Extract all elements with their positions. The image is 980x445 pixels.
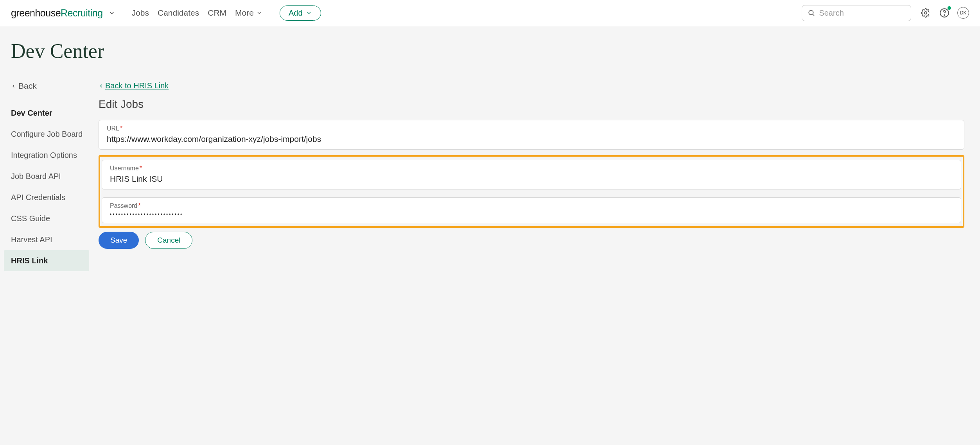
breadcrumb-back-link[interactable]: Back to HRIS Link — [99, 81, 169, 90]
nav-candidates[interactable]: Candidates — [158, 8, 199, 18]
header-icons: DK — [920, 7, 969, 19]
nav-jobs[interactable]: Jobs — [132, 8, 149, 18]
svg-line-1 — [813, 14, 814, 16]
add-button[interactable]: Add — [280, 5, 321, 21]
form-actions: Save Cancel — [99, 232, 964, 249]
credentials-highlight-box: Username* Password* ••••••••••••••••••••… — [99, 155, 964, 228]
settings-button[interactable] — [920, 7, 932, 19]
password-field-container: Password* •••••••••••••••••••••••••• — [102, 197, 961, 223]
svg-point-2 — [924, 12, 927, 14]
chevron-down-icon[interactable] — [108, 9, 115, 16]
url-field-label: URL* — [107, 125, 956, 132]
primary-nav: Jobs Candidates CRM More — [132, 8, 262, 18]
svg-point-4 — [944, 15, 945, 16]
sidebar: Back Dev Center Configure Job Board Inte… — [0, 81, 99, 271]
help-button[interactable] — [939, 7, 950, 19]
page-title: Dev Center — [11, 39, 980, 63]
search-box[interactable] — [802, 5, 911, 21]
sidebar-item-job-board-api[interactable]: Job Board API — [11, 166, 99, 187]
chevron-down-icon — [256, 10, 262, 16]
avatar-initials: DK — [960, 10, 967, 16]
svg-point-0 — [809, 11, 813, 15]
main-content: Back to HRIS Link Edit Jobs URL* Usernam… — [99, 81, 980, 271]
url-input[interactable] — [107, 134, 956, 144]
sidebar-item-css-guide[interactable]: CSS Guide — [11, 208, 99, 229]
gear-icon — [921, 8, 930, 18]
required-asterisk: * — [120, 125, 122, 132]
save-button[interactable]: Save — [99, 232, 139, 249]
chevron-down-icon — [306, 10, 312, 16]
search-input[interactable] — [819, 9, 905, 18]
sidebar-back-label: Back — [18, 81, 37, 91]
product-logo[interactable]: greenhouse Recruiting — [11, 7, 115, 19]
url-field-container: URL* — [99, 120, 964, 150]
cancel-button[interactable]: Cancel — [145, 232, 192, 249]
sidebar-item-integration-options[interactable]: Integration Options — [11, 145, 99, 166]
sidebar-item-configure-job-board[interactable]: Configure Job Board — [11, 123, 99, 145]
sidebar-item-dev-center[interactable]: Dev Center — [11, 102, 99, 123]
logo-word-2: Recruiting — [61, 7, 103, 19]
sidebar-back-link[interactable]: Back — [11, 81, 99, 91]
section-title: Edit Jobs — [99, 98, 964, 111]
nav-more[interactable]: More — [235, 8, 262, 18]
username-field-label: Username* — [110, 165, 953, 172]
nav-more-label: More — [235, 8, 254, 18]
sidebar-item-api-credentials[interactable]: API Credentials — [11, 187, 99, 208]
avatar[interactable]: DK — [957, 7, 969, 19]
password-input[interactable]: •••••••••••••••••••••••••• — [110, 212, 953, 217]
required-asterisk: * — [138, 202, 140, 209]
chevron-left-icon — [99, 83, 104, 89]
username-input[interactable] — [110, 174, 953, 184]
sidebar-item-hris-link[interactable]: HRIS Link — [4, 250, 89, 271]
add-button-label: Add — [289, 9, 303, 18]
username-field-container: Username* — [102, 160, 961, 189]
required-asterisk: * — [140, 165, 142, 172]
top-nav: greenhouse Recruiting Jobs Candidates CR… — [0, 0, 980, 26]
chevron-left-icon — [11, 84, 16, 89]
nav-crm[interactable]: CRM — [208, 8, 226, 18]
breadcrumb-back-label: Back to HRIS Link — [105, 81, 169, 90]
logo-word-1: greenhouse — [11, 7, 61, 19]
password-field-label: Password* — [110, 202, 953, 209]
notification-dot-icon — [948, 6, 951, 10]
page-layout: Back Dev Center Configure Job Board Inte… — [0, 81, 980, 271]
sidebar-item-harvest-api[interactable]: Harvest API — [11, 229, 99, 250]
search-icon — [808, 9, 815, 17]
